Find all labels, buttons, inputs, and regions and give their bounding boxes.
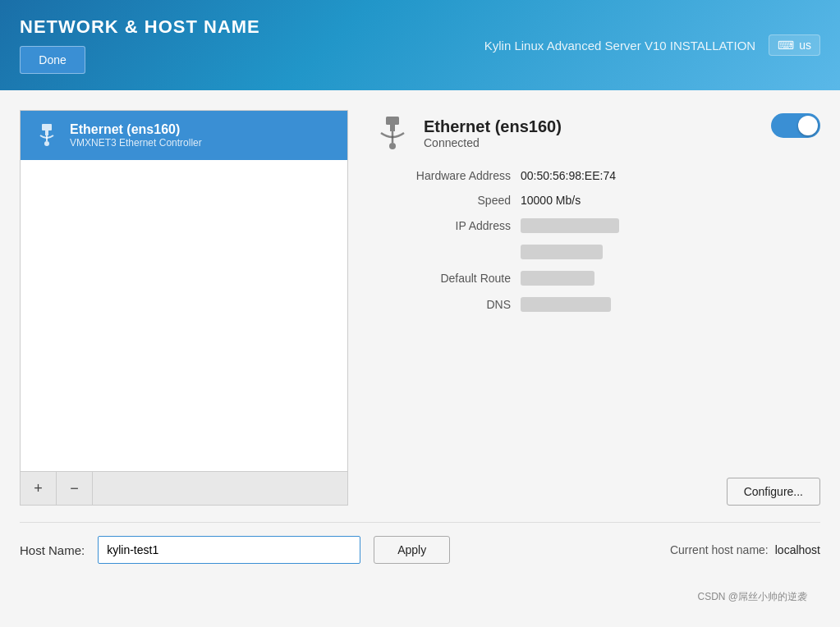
header-left: NETWORK & HOST NAME Done [20,16,260,74]
network-list-panel: Ethernet (ens160) VMXNET3 Ethernet Contr… [20,110,348,506]
current-hostname-label: Current host name: [670,543,769,556]
ip-address-value [521,218,619,233]
speed-row: Speed 10000 Mb/s [389,194,820,207]
footer: CSDN @屌丝小帅的逆袭 [20,587,820,607]
network-item-name: Ethernet (ens160) [70,122,202,137]
header-right: Kylin Linux Advanced Server V10 INSTALLA… [484,34,820,56]
dns-row: DNS [389,297,820,312]
network-list-item[interactable]: Ethernet (ens160) VMXNET3 Ethernet Contr… [21,111,347,160]
default-route-value [521,271,594,286]
detail-device-name: Ethernet (ens160) [424,117,562,136]
svg-rect-4 [386,117,399,125]
hostname-section: Host Name: Apply Current host name: loca… [20,522,820,570]
network-list-empty [21,160,347,471]
svg-rect-0 [42,124,52,130]
keyboard-lang: us [799,39,811,52]
toggle-thumb [798,116,818,135]
configure-area: Configure... [373,461,820,506]
hardware-address-label: Hardware Address [389,169,521,182]
ethernet-large-icon [373,113,412,153]
keyboard-icon: ⌨ [778,39,794,52]
dns-value [521,297,611,312]
kylin-label: Kylin Linux Advanced Server V10 INSTALLA… [484,39,755,53]
dns-label: DNS [389,298,521,311]
detail-header: Ethernet (ens160) Connected [373,110,820,153]
svg-point-6 [389,143,396,149]
ip-address-row: IP Address [389,218,820,233]
svg-rect-1 [45,130,48,135]
speed-value: 10000 Mb/s [521,194,581,207]
current-hostname-area: Current host name: localhost [670,543,820,556]
detail-device-text: Ethernet (ens160) Connected [424,117,562,149]
header: NETWORK & HOST NAME Done Kylin Linux Adv… [0,0,840,90]
keyboard-indicator[interactable]: ⌨ us [769,34,820,56]
page-title: NETWORK & HOST NAME [20,16,260,38]
network-list-toolbar: + − [21,471,347,505]
apply-button[interactable]: Apply [374,536,450,564]
detail-device-status: Connected [424,136,562,149]
current-hostname-value: localhost [775,543,820,556]
network-item-desc: VMXNET3 Ethernet Controller [70,137,202,149]
ip-address-label: IP Address [389,219,521,232]
hardware-address-row: Hardware Address 00:50:56:98:EE:74 [389,169,820,182]
speed-label: Speed [389,194,521,207]
configure-button[interactable]: Configure... [727,478,820,506]
svg-rect-5 [390,125,395,131]
network-item-info: Ethernet (ens160) VMXNET3 Ethernet Contr… [70,122,202,149]
default-route-label: Default Route [389,272,521,285]
hostname-input[interactable] [98,536,360,564]
content-area: Ethernet (ens160) VMXNET3 Ethernet Contr… [20,110,820,506]
hostname-label: Host Name: [20,543,85,557]
remove-network-button[interactable]: − [57,472,93,505]
svg-point-2 [44,141,49,146]
toggle-track [771,113,820,138]
ethernet-toggle[interactable] [771,113,820,138]
ip-address-row-2 [389,245,820,259]
done-button[interactable]: Done [20,46,85,74]
add-network-button[interactable]: + [21,472,57,505]
ethernet-icon [34,122,60,149]
footer-text: CSDN @屌丝小帅的逆袭 [697,590,807,604]
network-detail-panel: Ethernet (ens160) Connected Hardware Add… [373,110,820,506]
main-content: Ethernet (ens160) VMXNET3 Ethernet Contr… [0,90,840,627]
default-route-row: Default Route [389,271,820,286]
ip-address-value-2 [521,245,603,259]
detail-device-info: Ethernet (ens160) Connected [373,113,562,153]
detail-rows: Hardware Address 00:50:56:98:EE:74 Speed… [373,169,820,312]
hardware-address-value: 00:50:56:98:EE:74 [521,169,616,182]
